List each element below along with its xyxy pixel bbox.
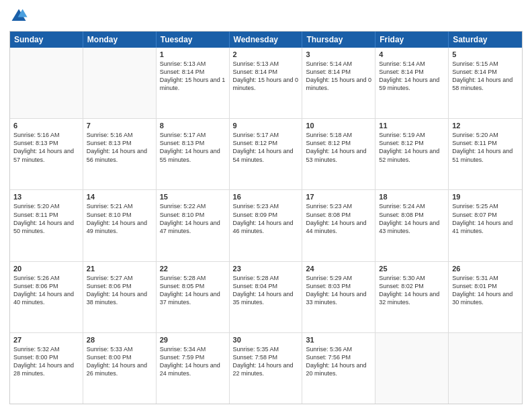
calendar-day: 3Sunrise: 5:14 AMSunset: 8:14 PMDaylight… (302, 48, 375, 118)
logo (9, 7, 31, 26)
day-info: Sunrise: 5:32 AMSunset: 8:00 PMDaylight:… (13, 345, 79, 378)
day-number: 29 (160, 336, 226, 344)
calendar-day: 14Sunrise: 5:21 AMSunset: 8:10 PMDayligh… (83, 190, 157, 261)
day-number: 10 (306, 122, 371, 130)
calendar-day: 25Sunrise: 5:30 AMSunset: 8:02 PMDayligh… (375, 262, 449, 332)
day-info: Sunrise: 5:33 AMSunset: 8:00 PMDaylight:… (87, 345, 152, 378)
calendar-day: 15Sunrise: 5:22 AMSunset: 8:10 PMDayligh… (157, 190, 230, 261)
day-info: Sunrise: 5:22 AMSunset: 8:10 PMDaylight:… (160, 202, 226, 235)
day-info: Sunrise: 5:16 AMSunset: 8:13 PMDaylight:… (13, 131, 79, 164)
calendar-day-empty (10, 48, 83, 118)
day-info: Sunrise: 5:25 AMSunset: 8:07 PMDaylight:… (452, 202, 519, 235)
day-number: 4 (379, 50, 445, 58)
weekday-header: Tuesday (157, 32, 230, 48)
header (9, 7, 523, 26)
calendar-header: SundayMondayTuesdayWednesdayThursdayFrid… (10, 32, 522, 48)
day-info: Sunrise: 5:17 AMSunset: 8:12 PMDaylight:… (233, 131, 299, 164)
day-number: 12 (452, 122, 519, 130)
day-info: Sunrise: 5:29 AMSunset: 8:03 PMDaylight:… (306, 274, 371, 307)
day-number: 5 (452, 50, 519, 58)
calendar-day: 24Sunrise: 5:29 AMSunset: 8:03 PMDayligh… (302, 262, 375, 332)
weekday-header: Friday (375, 32, 449, 48)
day-info: Sunrise: 5:13 AMSunset: 8:14 PMDaylight:… (160, 60, 226, 93)
calendar: SundayMondayTuesdayWednesdayThursdayFrid… (9, 31, 523, 404)
day-number: 31 (306, 336, 371, 344)
day-number: 1 (160, 50, 226, 58)
calendar-week: 6Sunrise: 5:16 AMSunset: 8:13 PMDaylight… (10, 119, 522, 190)
weekday-header: Monday (83, 32, 157, 48)
day-number: 15 (160, 193, 226, 201)
calendar-week: 27Sunrise: 5:32 AMSunset: 8:00 PMDayligh… (10, 333, 522, 404)
calendar-day: 28Sunrise: 5:33 AMSunset: 8:00 PMDayligh… (83, 333, 157, 404)
day-info: Sunrise: 5:27 AMSunset: 8:06 PMDaylight:… (87, 274, 152, 307)
day-info: Sunrise: 5:21 AMSunset: 8:10 PMDaylight:… (87, 202, 152, 235)
day-info: Sunrise: 5:18 AMSunset: 8:12 PMDaylight:… (306, 131, 371, 164)
day-number: 25 (379, 265, 445, 273)
day-info: Sunrise: 5:34 AMSunset: 7:59 PMDaylight:… (160, 345, 226, 378)
calendar-day: 23Sunrise: 5:28 AMSunset: 8:04 PMDayligh… (230, 262, 303, 332)
calendar-week: 13Sunrise: 5:20 AMSunset: 8:11 PMDayligh… (10, 190, 522, 261)
day-info: Sunrise: 5:16 AMSunset: 8:13 PMDaylight:… (87, 131, 152, 164)
calendar-day: 21Sunrise: 5:27 AMSunset: 8:06 PMDayligh… (83, 262, 157, 332)
calendar-day: 17Sunrise: 5:23 AMSunset: 8:08 PMDayligh… (302, 190, 375, 261)
calendar-day: 26Sunrise: 5:31 AMSunset: 8:01 PMDayligh… (449, 262, 522, 332)
day-number: 19 (452, 193, 519, 201)
calendar-day: 8Sunrise: 5:17 AMSunset: 8:13 PMDaylight… (157, 119, 230, 189)
day-info: Sunrise: 5:20 AMSunset: 8:11 PMDaylight:… (452, 131, 519, 164)
day-info: Sunrise: 5:23 AMSunset: 8:08 PMDaylight:… (306, 202, 371, 235)
calendar-day: 12Sunrise: 5:20 AMSunset: 8:11 PMDayligh… (449, 119, 522, 189)
calendar-day: 19Sunrise: 5:25 AMSunset: 8:07 PMDayligh… (449, 190, 522, 261)
calendar-day: 6Sunrise: 5:16 AMSunset: 8:13 PMDaylight… (10, 119, 83, 189)
day-info: Sunrise: 5:28 AMSunset: 8:05 PMDaylight:… (160, 274, 226, 307)
calendar-body: 1Sunrise: 5:13 AMSunset: 8:14 PMDaylight… (10, 48, 522, 404)
calendar-day: 29Sunrise: 5:34 AMSunset: 7:59 PMDayligh… (157, 333, 230, 404)
calendar-day: 2Sunrise: 5:13 AMSunset: 8:14 PMDaylight… (230, 48, 303, 118)
day-number: 3 (306, 50, 371, 58)
day-number: 14 (87, 193, 152, 201)
day-number: 18 (379, 193, 445, 201)
calendar-day-empty (449, 333, 522, 404)
day-info: Sunrise: 5:17 AMSunset: 8:13 PMDaylight:… (160, 131, 226, 164)
day-number: 20 (13, 265, 79, 273)
calendar-week: 20Sunrise: 5:26 AMSunset: 8:06 PMDayligh… (10, 262, 522, 333)
day-info: Sunrise: 5:20 AMSunset: 8:11 PMDaylight:… (13, 202, 79, 235)
day-info: Sunrise: 5:24 AMSunset: 8:08 PMDaylight:… (379, 202, 445, 235)
day-number: 7 (87, 122, 152, 130)
calendar-day: 4Sunrise: 5:14 AMSunset: 8:14 PMDaylight… (375, 48, 449, 118)
calendar-day: 30Sunrise: 5:35 AMSunset: 7:58 PMDayligh… (230, 333, 303, 404)
calendar-day: 20Sunrise: 5:26 AMSunset: 8:06 PMDayligh… (10, 262, 83, 332)
day-info: Sunrise: 5:30 AMSunset: 8:02 PMDaylight:… (379, 274, 445, 307)
calendar-week: 1Sunrise: 5:13 AMSunset: 8:14 PMDaylight… (10, 48, 522, 119)
day-number: 8 (160, 122, 226, 130)
day-number: 21 (87, 265, 152, 273)
day-number: 26 (452, 265, 519, 273)
day-number: 28 (87, 336, 152, 344)
calendar-day: 10Sunrise: 5:18 AMSunset: 8:12 PMDayligh… (302, 119, 375, 189)
day-number: 9 (233, 122, 299, 130)
calendar-day: 16Sunrise: 5:23 AMSunset: 8:09 PMDayligh… (230, 190, 303, 261)
day-number: 23 (233, 265, 299, 273)
weekday-header: Saturday (449, 32, 522, 48)
day-number: 22 (160, 265, 226, 273)
day-number: 2 (233, 50, 299, 58)
day-number: 30 (233, 336, 299, 344)
day-info: Sunrise: 5:23 AMSunset: 8:09 PMDaylight:… (233, 202, 299, 235)
day-number: 17 (306, 193, 371, 201)
day-info: Sunrise: 5:31 AMSunset: 8:01 PMDaylight:… (452, 274, 519, 307)
day-number: 27 (13, 336, 79, 344)
day-info: Sunrise: 5:14 AMSunset: 8:14 PMDaylight:… (306, 60, 371, 93)
day-info: Sunrise: 5:15 AMSunset: 8:14 PMDaylight:… (452, 60, 519, 93)
calendar-day: 31Sunrise: 5:36 AMSunset: 7:56 PMDayligh… (302, 333, 375, 404)
day-info: Sunrise: 5:13 AMSunset: 8:14 PMDaylight:… (233, 60, 299, 93)
day-info: Sunrise: 5:28 AMSunset: 8:04 PMDaylight:… (233, 274, 299, 307)
calendar-day: 9Sunrise: 5:17 AMSunset: 8:12 PMDaylight… (230, 119, 303, 189)
weekday-header: Sunday (10, 32, 83, 48)
day-number: 24 (306, 265, 371, 273)
day-info: Sunrise: 5:14 AMSunset: 8:14 PMDaylight:… (379, 60, 445, 93)
calendar-day-empty (375, 333, 449, 404)
calendar-day: 7Sunrise: 5:16 AMSunset: 8:13 PMDaylight… (83, 119, 157, 189)
day-info: Sunrise: 5:19 AMSunset: 8:12 PMDaylight:… (379, 131, 445, 164)
calendar-day: 1Sunrise: 5:13 AMSunset: 8:14 PMDaylight… (157, 48, 230, 118)
day-number: 6 (13, 122, 79, 130)
weekday-header: Wednesday (230, 32, 303, 48)
